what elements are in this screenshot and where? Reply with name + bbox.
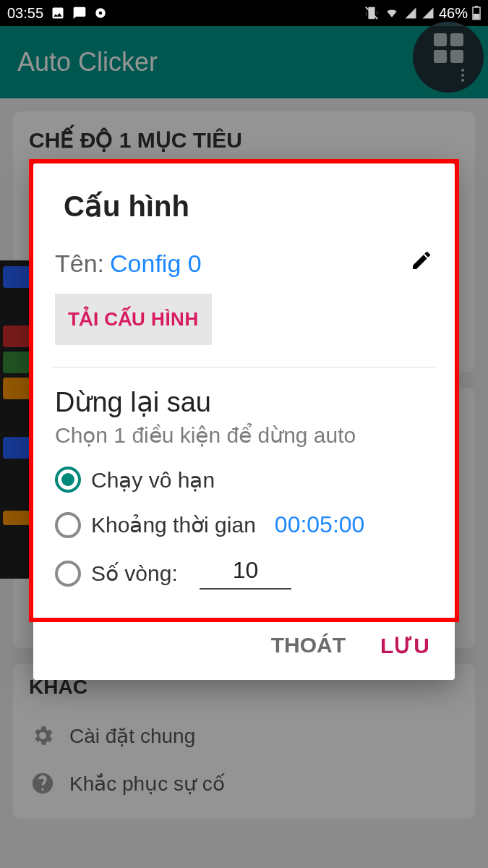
stop-section-title: Dừng lại sau xyxy=(55,386,433,418)
vibrate-icon xyxy=(364,5,380,21)
exit-button[interactable]: THOÁT xyxy=(271,633,346,658)
config-name-label: Tên: xyxy=(55,250,104,278)
radio-duration[interactable]: Khoảng thời gian 00:05:00 xyxy=(55,511,433,538)
radio-cycles-label: Số vòng: xyxy=(91,561,178,586)
battery-text: 46% xyxy=(439,5,468,22)
config-name-row: Tên: Config 0 xyxy=(55,249,433,278)
signal-icon-1 xyxy=(404,7,417,20)
svg-rect-5 xyxy=(474,14,479,19)
stop-section-subtitle: Chọn 1 điều kiện để dừng auto xyxy=(55,422,433,448)
divider xyxy=(52,367,436,367)
status-bar: 03:55 46% xyxy=(0,0,488,26)
svg-point-1 xyxy=(99,12,103,15)
status-time: 03:55 xyxy=(7,5,43,22)
load-config-button[interactable]: TẢI CẤU HÌNH xyxy=(55,294,212,345)
duration-value[interactable]: 00:05:00 xyxy=(275,511,365,538)
radio-infinite[interactable]: Chạy vô hạn xyxy=(55,467,433,493)
config-dialog: Cấu hình Tên: Config 0 TẢI CẤU HÌNH Dừng… xyxy=(33,163,455,680)
config-name-value[interactable]: Config 0 xyxy=(110,250,202,278)
battery-icon xyxy=(472,6,481,20)
save-button[interactable]: LƯU xyxy=(380,633,430,658)
dialog-title: Cấu hình xyxy=(64,190,433,223)
edit-name-button[interactable] xyxy=(410,249,433,278)
cycles-value[interactable]: 10 xyxy=(200,557,292,590)
photo-icon xyxy=(51,6,65,20)
pencil-icon xyxy=(410,249,433,272)
disc-icon xyxy=(94,7,107,20)
wifi-icon xyxy=(384,7,400,20)
signal-icon-2 xyxy=(421,7,435,20)
radio-icon xyxy=(55,467,81,493)
dialog-actions: THOÁT LƯU xyxy=(33,601,455,680)
svg-rect-4 xyxy=(475,6,478,7)
radio-duration-label: Khoảng thời gian xyxy=(91,512,256,537)
radio-cycles[interactable]: Số vòng: 10 xyxy=(55,557,433,590)
message-icon xyxy=(72,6,87,20)
radio-infinite-label: Chạy vô hạn xyxy=(91,467,215,493)
radio-icon xyxy=(55,512,81,538)
radio-icon xyxy=(55,561,81,587)
